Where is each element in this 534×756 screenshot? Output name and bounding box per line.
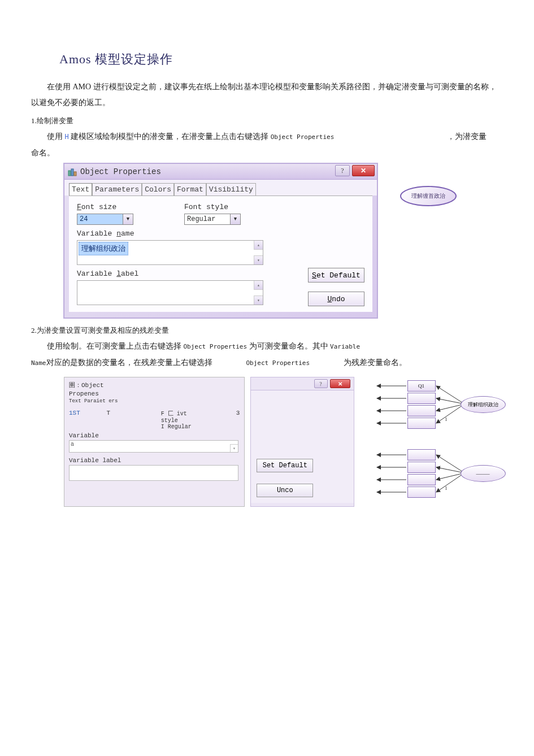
text-pre: 使用 <box>47 132 65 141</box>
dialog-icon <box>68 167 77 176</box>
text-mid: 建模区域绘制模型中的潜变量，在潜变量上点击右键选择 <box>69 132 271 141</box>
svg-text:1: 1 <box>445 485 448 491</box>
dialog-title: Object Properties <box>80 167 161 176</box>
font-style-input[interactable] <box>185 214 230 224</box>
help-button[interactable]: ? <box>314 379 328 388</box>
d2-header1: 圉：Object <box>69 381 240 389</box>
d2-variable-label2: Variable label <box>69 457 240 464</box>
set-default-button[interactable]: Set Default <box>257 459 313 472</box>
d2-variable-label: Variable <box>69 432 240 439</box>
section-2-line1: 使用绘制。在可测变量上点击右键选择 Object Properties 为可测变… <box>31 338 503 355</box>
svg-rect-1 <box>71 169 73 176</box>
variable-name-field[interactable]: 理解组织政治 ▴ ▾ <box>77 240 263 265</box>
section-1-text: 使用 H 建模区域绘制模型中的潜变量，在潜变量上点击右键选择 Object Pr… <box>31 129 503 145</box>
d2-num1: 1ST <box>69 410 103 416</box>
rect-node <box>407 405 436 416</box>
svg-line-19 <box>436 473 464 492</box>
intro-paragraph: 在使用 AMO 进行模型设定之前，建议事先在纸上绘制出基本理论模型和变量影响关系… <box>31 79 503 111</box>
rect-node <box>407 449 436 460</box>
scroll-down-icon[interactable]: ▾ <box>254 255 263 264</box>
scroll-down-icon[interactable]: ▾ <box>254 296 263 305</box>
latent-upper: 理解组织政治 <box>461 396 506 413</box>
dialog-right-panel: ? ✕ Set Default Unco <box>250 377 354 507</box>
scroll-down-icon[interactable]: ▾ <box>230 444 238 452</box>
set-default-button[interactable]: Set DefaultSet Default <box>308 268 364 283</box>
latent-variable-ellipse: 理解缠首政治 <box>400 186 457 206</box>
d2-fontvalue: I Regular <box>161 424 223 430</box>
undo-button[interactable]: Unco <box>257 484 313 497</box>
object-properties-dialog-2: 圉：Object Propenes Text Paraiet ers 1ST T… <box>64 377 245 507</box>
rect-node <box>407 486 436 498</box>
chevron-down-icon[interactable]: ▼ <box>230 214 240 224</box>
d2-header2: Propenes <box>69 390 240 397</box>
svg-line-10 <box>436 404 464 423</box>
code-obj-prop: Object Properties <box>184 343 248 350</box>
object-properties-dialog: Object Properties ? ✕ Text Parameters Co… <box>64 163 377 318</box>
latent-lower: ——— <box>461 465 506 482</box>
close-button[interactable]: ✕ <box>330 379 350 388</box>
page-title: Amos 模型设定操作 <box>31 51 503 68</box>
tab-visibility[interactable]: Visibility <box>206 183 256 195</box>
d2-header3: Text Paraiet ers <box>69 398 240 404</box>
tab-colors[interactable]: Colors <box>142 183 174 195</box>
h-glyph: H <box>65 133 69 141</box>
close-button[interactable]: ✕ <box>352 165 375 176</box>
font-style-label: Font style <box>184 203 241 211</box>
tab-parameters[interactable]: Parameters <box>92 183 142 195</box>
scroll-up-icon[interactable]: ▴ <box>254 241 263 250</box>
d2-fontlabel2: style <box>161 418 223 424</box>
text-tail: ，为潜变量 <box>447 132 487 141</box>
code-obj-prop: Object Properties <box>271 133 335 141</box>
chevron-down-icon[interactable]: ▼ <box>123 214 133 224</box>
svg-rect-2 <box>74 172 76 176</box>
section-2-title: 2.为潜变量设置可测变量及相应的残差变量 <box>31 323 503 338</box>
dialog-tabs: Text Parameters Colors Format Visibility <box>64 180 377 195</box>
tab-text[interactable]: Text <box>69 183 92 196</box>
d2-variable-label-input[interactable] <box>69 465 238 481</box>
svg-line-9 <box>436 404 464 411</box>
d2-variable-value: a <box>70 440 75 449</box>
d2-T: T <box>107 410 111 416</box>
font-size-label: FFont sizeont size <box>77 203 133 211</box>
font-style-combo[interactable]: ▼ <box>184 214 241 225</box>
scroll-up-icon[interactable]: ▴ <box>254 281 263 290</box>
d2-fontlabel: F 匚 ivt <box>161 410 223 418</box>
undo-button[interactable]: UndoUndo <box>308 292 364 306</box>
rect-node <box>407 462 436 473</box>
variable-name-label: Variable name <box>77 229 134 238</box>
d2-variable-input[interactable]: a ▾ <box>69 440 238 453</box>
variable-label-field[interactable]: ▴ ▾ <box>77 280 263 305</box>
dialog-panel: FFont sizeont size ▼ Font style ▼ <box>69 195 372 312</box>
d2-num3: 3 <box>236 410 240 416</box>
section-1-title: 1.绘制潜变量 <box>31 113 503 129</box>
rect-q1: Q1 <box>407 380 436 392</box>
variable-label-label: Variable label <box>77 270 138 278</box>
variable-name-value: 理解组织政治 <box>79 242 128 255</box>
rect-node <box>407 418 436 429</box>
svg-rect-0 <box>68 171 71 176</box>
rect-node <box>407 474 436 485</box>
svg-text:1: 1 <box>445 416 448 422</box>
code-obj-prop: Object Properties <box>246 359 310 367</box>
model-diagram: 1 1 Q1 理解组织政治 ——— <box>360 377 503 507</box>
code-variable: Variable <box>330 343 360 350</box>
svg-line-18 <box>436 473 464 480</box>
section-2-line2: Name对应的是数据的变量名，在残差变量上右键选择Object Properti… <box>31 355 503 371</box>
font-size-input[interactable] <box>77 214 123 224</box>
font-size-combo[interactable]: ▼ <box>77 214 133 225</box>
section-1-cont: 命名。 <box>31 145 503 161</box>
tab-format[interactable]: Format <box>174 183 206 195</box>
dialog-titlebar: Object Properties ? ✕ <box>64 164 377 180</box>
help-button[interactable]: ? <box>335 165 350 176</box>
rect-node <box>407 393 436 404</box>
